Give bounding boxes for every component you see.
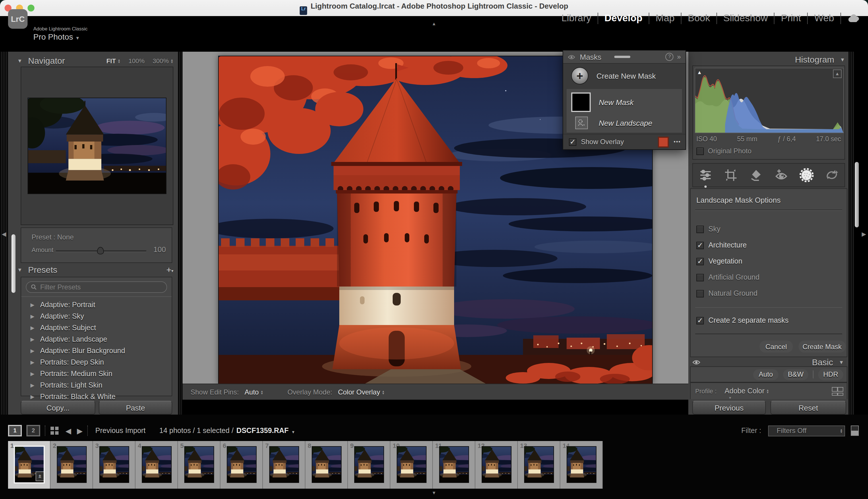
collapse-top-panel-icon[interactable]: ▲	[432, 17, 436, 27]
profile-value[interactable]: Adobe Color	[725, 387, 765, 395]
preset-item[interactable]: ▶Adaptive: Landscape	[21, 333, 172, 345]
filter-lock-switch[interactable]	[851, 426, 859, 436]
amount-slider-thumb[interactable]	[97, 247, 104, 254]
module-tab-print[interactable]: Print	[781, 13, 801, 24]
basic-header[interactable]: Basic ▼	[692, 357, 844, 367]
navigator-zoom-fit[interactable]: FIT	[107, 57, 116, 64]
create-new-mask-row[interactable]: + Create New Mask	[563, 64, 685, 88]
filmstrip-frame[interactable]: 4	[136, 441, 178, 489]
frame-thumbnail[interactable]	[227, 446, 257, 483]
right-panel-scrollbar[interactable]	[855, 162, 859, 227]
navigator-header[interactable]: ▼ Navigator FIT▲▼ 100% 300% ▲▼	[17, 56, 173, 65]
previous-button[interactable]: Previous	[692, 401, 766, 415]
add-preset-button[interactable]: +▾	[166, 265, 173, 275]
crop-tool-icon[interactable]	[721, 167, 741, 184]
next-photo-icon[interactable]: ▶	[77, 426, 83, 435]
preset-item[interactable]: ▶Portraits: Medium Skin	[21, 368, 172, 379]
left-panel-scrollbar[interactable]	[12, 234, 15, 293]
mask-option-checkbox[interactable]: ✓	[696, 242, 704, 249]
edit-pins-value[interactable]: Auto	[245, 388, 259, 396]
filmstrip-frame[interactable]: 8	[306, 441, 348, 489]
histogram-header[interactable]: Histogram ▼	[692, 54, 845, 64]
cancel-button[interactable]: Cancel	[759, 341, 793, 353]
landscape-mask-thumbnail[interactable]	[575, 117, 588, 129]
collapse-left-panel-icon[interactable]: ◀	[2, 231, 6, 237]
catalog-name[interactable]: Pro Photos ▼	[33, 32, 80, 41]
expand-preset-icon[interactable]: ▶	[30, 337, 35, 342]
mask-thumbnail[interactable]	[571, 93, 591, 112]
overlay-mode-adjust-icon[interactable]: ▲▼	[382, 390, 385, 394]
original-photo-checkbox[interactable]	[696, 147, 704, 155]
help-icon[interactable]: ?	[666, 53, 674, 61]
mask-option-checkbox[interactable]: ✓	[696, 257, 704, 265]
profile-browser-icon[interactable]	[832, 387, 842, 395]
collapse-histogram-icon[interactable]: ▼	[840, 57, 845, 62]
frame-thumbnail[interactable]	[482, 446, 511, 483]
preset-item[interactable]: ▶Adaptive: Subject	[21, 322, 172, 333]
edit-pins-adjust-icon[interactable]: ▲▼	[260, 390, 263, 394]
panel-resize-handle-icon[interactable]: ▾	[93, 395, 95, 400]
collapse-presets-icon[interactable]: ▼	[17, 267, 22, 272]
filmstrip-frame[interactable]: 12	[475, 441, 518, 489]
bw-button[interactable]: B&W	[783, 369, 808, 380]
collapse-popup-icon[interactable]: »	[677, 53, 681, 61]
drag-handle[interactable]	[614, 56, 630, 58]
frame-thumbnail[interactable]	[439, 446, 469, 483]
preset-item[interactable]: ▶Portraits: Light Skin	[21, 379, 172, 391]
expand-preset-icon[interactable]: ▶	[30, 325, 35, 331]
expand-preset-icon[interactable]: ▶	[30, 371, 35, 377]
expand-preset-icon[interactable]: ▶	[30, 394, 35, 400]
preset-item[interactable]: ▶Adaptive: Blur Background	[21, 345, 172, 356]
frame-thumbnail[interactable]	[184, 446, 214, 483]
filmstrip-frame[interactable]: 6	[221, 441, 263, 489]
expand-right-panel-icon[interactable]: ▶	[862, 231, 866, 237]
filmstrip-frame[interactable]: 7	[263, 441, 306, 489]
expand-preset-icon[interactable]: ▶	[30, 302, 35, 308]
lens-blur-tool-icon[interactable]	[822, 167, 842, 184]
navigator-zoom-100[interactable]: 100%	[128, 57, 145, 64]
filmstrip-frame[interactable]: 14	[560, 441, 603, 489]
hdr-button[interactable]: HDR	[818, 369, 843, 380]
filter-presets-input[interactable]: Filter Presets	[26, 281, 167, 293]
cloud-sync-icon[interactable]	[847, 14, 860, 22]
separate-masks-checkbox[interactable]: ✓	[696, 317, 704, 324]
masks-popup-header[interactable]: Masks ? »	[563, 50, 685, 64]
healing-tool-icon[interactable]	[746, 167, 766, 184]
reset-button[interactable]: Reset	[770, 401, 846, 415]
main-window-button[interactable]: 1	[8, 425, 22, 436]
develop-settings-badge-icon[interactable]: ±	[36, 472, 44, 481]
filmstrip-frame[interactable]: 9	[348, 441, 390, 489]
module-tab-slideshow[interactable]: Slideshow	[723, 13, 768, 24]
frame-thumbnail[interactable]	[567, 446, 596, 483]
mask-item-new-mask[interactable]: New Mask	[567, 93, 682, 112]
frame-thumbnail[interactable]: ±	[14, 446, 45, 484]
collapse-filmstrip-icon[interactable]: ▼	[432, 490, 436, 496]
filmstrip-frame[interactable]: 13	[518, 441, 560, 489]
selected-filename[interactable]: DSCF1359.RAF	[236, 427, 289, 435]
module-tab-library[interactable]: Library	[561, 13, 591, 24]
mask-item-new-landscape[interactable]: New Landscape	[567, 117, 682, 129]
overlay-mode-value[interactable]: Color Overlay	[338, 388, 380, 396]
grid-view-icon[interactable]	[50, 427, 59, 435]
module-tab-web[interactable]: Web	[814, 13, 834, 24]
frame-thumbnail[interactable]	[397, 446, 426, 483]
overlay-color-swatch[interactable]	[658, 136, 669, 147]
mask-option-checkbox[interactable]	[696, 226, 704, 233]
frame-thumbnail[interactable]	[142, 446, 172, 483]
show-overlay-checkbox[interactable]: ✓	[569, 138, 576, 146]
mask-option-checkbox[interactable]	[696, 290, 704, 297]
frame-thumbnail[interactable]	[524, 446, 554, 483]
right-resize-handle-icon[interactable]: ▾	[729, 395, 731, 400]
profile-adjust-icon[interactable]: ▲▼	[766, 389, 769, 393]
copy-button[interactable]: Copy...	[21, 401, 95, 415]
filmstrip-frame[interactable]: 1 ±	[8, 441, 50, 489]
previous-photo-icon[interactable]: ◀	[65, 426, 71, 435]
module-tab-develop[interactable]: Develop	[605, 13, 642, 24]
overlay-options-icon[interactable]: •••	[674, 139, 681, 145]
frame-thumbnail[interactable]	[99, 446, 129, 483]
histogram-plot[interactable]: ▲ ▲	[695, 68, 844, 133]
masking-tool-icon[interactable]	[797, 167, 816, 184]
filmstrip-frame[interactable]: 10	[390, 441, 433, 489]
module-tab-map[interactable]: Map	[656, 13, 674, 24]
filter-adjust-icon[interactable]: ▲▼	[840, 428, 843, 433]
